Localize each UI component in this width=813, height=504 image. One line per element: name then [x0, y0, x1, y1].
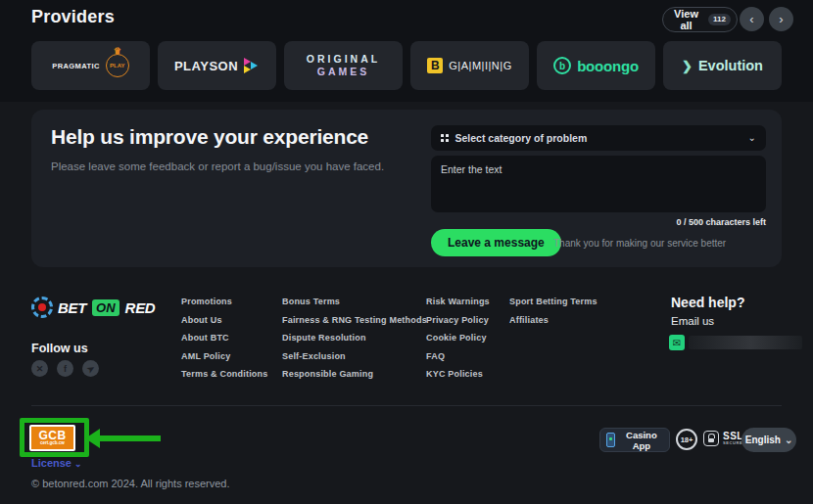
email-us-label: Email us [671, 315, 714, 327]
crown-icon: ♛ [114, 46, 121, 56]
chevron-down-icon: ⌄ [74, 459, 82, 469]
footer-link-responsible-gaming[interactable]: Responsible Gaming [282, 369, 427, 379]
footer-link-cookie-policy[interactable]: Cookie Policy [426, 333, 490, 343]
email-envelope-icon: ✉ [669, 335, 685, 350]
footer-link-dispute-resolution[interactable]: Dispute Resolution [282, 333, 427, 343]
footer-link-risk-warnings[interactable]: Risk Warnings [426, 297, 490, 306]
footer-link-about-us[interactable]: About Us [181, 315, 267, 325]
chevron-right-icon: › [779, 12, 783, 26]
facebook-icon[interactable]: f [57, 360, 73, 377]
annotation-arrow [99, 435, 161, 441]
footer-link-promotions[interactable]: Promotions [181, 297, 267, 306]
lock-icon [703, 431, 719, 446]
feedback-thanks-text: Thank you for making our service better [553, 238, 726, 249]
footer-link-bonus-terms[interactable]: Bonus Terms [282, 297, 427, 306]
email-address-redacted[interactable] [689, 336, 802, 349]
provider-tile-original-games[interactable]: ORIGINAL GAMES [284, 41, 403, 90]
footer-link-aml-policy[interactable]: AML Policy [181, 351, 267, 361]
provider-tile-booongo[interactable]: b booongo [537, 41, 655, 90]
playson-logo-icon [244, 58, 260, 73]
character-counter: 0 / 500 characters left [676, 217, 766, 227]
footer-link-fairness-rng[interactable]: Fairness & RNG Testing Methods [282, 315, 427, 325]
feedback-title: Help us improve your experience [51, 125, 368, 149]
telegram-icon[interactable]: ➤ [82, 360, 99, 377]
bgaming-wordmark: G|A|M|I|N|G [449, 60, 511, 71]
evolution-wordmark: Evolution [698, 58, 763, 73]
feedback-textarea[interactable] [431, 156, 766, 212]
roulette-wheel-icon [31, 297, 53, 318]
category-select[interactable]: Select category of problem ⌄ [431, 125, 766, 151]
license-dropdown[interactable]: License ⌄ [31, 457, 82, 469]
pragmatic-play-wordmark: PRAGMATIC [52, 62, 99, 70]
booongo-logo-icon: b [553, 57, 571, 74]
footer-link-affiliates[interactable]: Affiliates [509, 315, 598, 325]
annotation-arrow-head [85, 429, 100, 448]
chevron-down-icon: ⌄ [785, 435, 792, 445]
x-social-icon[interactable]: ✕ [31, 360, 48, 377]
language-selector[interactable]: English ⌄ [741, 428, 796, 452]
evolution-logo-icon: ❯ [682, 59, 693, 73]
phone-icon [606, 433, 615, 447]
footer-link-kyc-policies[interactable]: KYC Policies [426, 369, 490, 379]
follow-us-label: Follow us [31, 342, 88, 355]
providers-prev-button[interactable]: ‹ [740, 7, 764, 31]
casino-app-button[interactable]: Casino App [599, 428, 670, 452]
view-all-label: View all [669, 8, 703, 31]
footer-link-self-exclusion[interactable]: Self-Exclusion [282, 351, 427, 361]
footer-link-sport-betting-terms[interactable]: Sport Betting Terms [509, 297, 598, 306]
page: Providers View all 112 ‹ › PRAGMATIC ♛ P… [0, 0, 813, 504]
feedback-subtitle: Please leave some feedback or report a b… [51, 160, 384, 172]
footer-links-column-1: Promotions About Us About BTC AML Policy… [181, 297, 267, 388]
chevron-left-icon: ‹ [749, 12, 753, 26]
pragmatic-play-logo-icon: ♛ PLAY [106, 54, 129, 77]
footer-link-about-btc[interactable]: About BTC [181, 333, 267, 343]
need-help-title: Need help? [671, 295, 744, 310]
booongo-wordmark: booongo [577, 58, 639, 74]
providers-next-button[interactable]: › [769, 7, 793, 31]
ssl-secure-badge: SSL SECURE [703, 431, 743, 446]
footer-link-terms-conditions[interactable]: Terms & Conditions [181, 369, 267, 379]
provider-tile-playson[interactable]: PLAYSON [158, 41, 276, 90]
footer-divider [31, 405, 782, 406]
view-all-count-badge: 112 [708, 14, 731, 25]
category-select-label: Select category of problem [455, 132, 741, 144]
gcb-license-seal[interactable]: GCB cert.gcb.cw [29, 425, 75, 451]
category-grid-icon [441, 134, 449, 142]
feedback-card: Help us improve your experience Please l… [31, 110, 782, 267]
playson-wordmark: PLAYSON [174, 59, 238, 73]
bgaming-logo-icon: B [427, 58, 443, 73]
page-title: Providers [31, 7, 115, 27]
footer-link-privacy-policy[interactable]: Privacy Policy [426, 315, 490, 325]
footer-links-column-3: Risk Warnings Privacy Policy Cookie Poli… [426, 297, 490, 388]
view-all-button[interactable]: View all 112 [662, 7, 738, 32]
provider-tile-evolution[interactable]: ❯ Evolution [663, 41, 782, 90]
original-games-wordmark: ORIGINAL GAMES [307, 53, 380, 77]
footer-links-column-2: Bonus Terms Fairness & RNG Testing Metho… [282, 297, 427, 388]
leave-a-message-button[interactable]: Leave a message [431, 229, 561, 256]
footer-links-column-4: Sport Betting Terms Affiliates [509, 297, 598, 333]
footer-link-faq[interactable]: FAQ [426, 351, 490, 361]
provider-tile-bgaming[interactable]: B G|A|M|I|N|G [410, 41, 529, 90]
provider-tile-pragmatic-play[interactable]: PRAGMATIC ♛ PLAY [31, 41, 150, 90]
copyright-text: © betonred.com 2024. All rights reserved… [31, 478, 230, 489]
providers-row: PRAGMATIC ♛ PLAY PLAYSON ORIGINAL GAMES … [31, 41, 782, 90]
betonred-logo[interactable]: BET ON RED [31, 297, 155, 318]
age-18-plus-icon: 18+ [676, 429, 697, 450]
chevron-down-icon: ⌄ [748, 133, 756, 143]
